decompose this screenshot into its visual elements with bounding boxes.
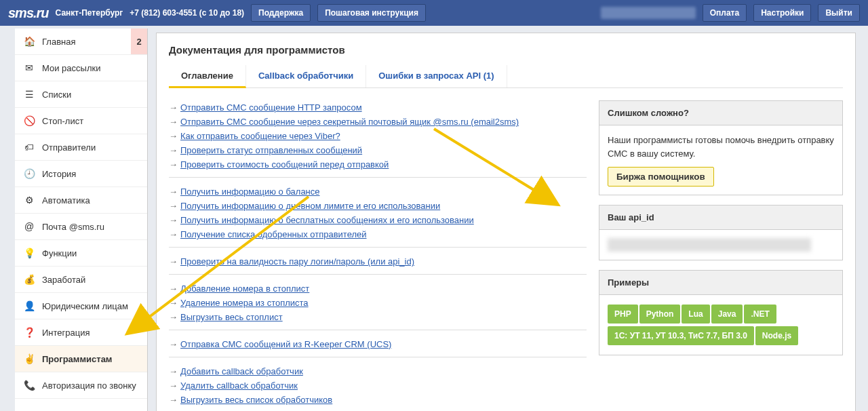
doc-link[interactable]: Получить информацию о балансе <box>180 187 320 197</box>
api-id-box: Ваш api_id <box>599 205 843 260</box>
arrow-icon: → <box>169 201 178 211</box>
doc-link[interactable]: Выгрузить весь стоплист <box>180 312 283 322</box>
main-content: Документация для программистов Оглавлени… <box>148 26 868 411</box>
sidebar-item-6[interactable]: ⚙Автоматика <box>15 187 147 214</box>
doc-link[interactable]: Проверить стоимость сообщений перед отпр… <box>180 159 389 170</box>
link-group-5: →Добавить callback обработчик→Удалить ca… <box>169 364 587 411</box>
sidebar-item-8[interactable]: 💡Функции <box>15 240 147 267</box>
nav-icon: 🏠 <box>23 35 35 47</box>
doc-link[interactable]: Получение списка одобренных отправителей <box>180 229 367 239</box>
examples-title: Примеры <box>599 271 842 295</box>
link-group-0: →Отправить СМС сообщение HTTP запросом→О… <box>169 100 587 178</box>
arrow-icon: → <box>169 229 178 239</box>
link-row: →Отправить СМС сообщение через секретный… <box>169 115 587 129</box>
nav-label: Авторизация по звонку <box>42 380 136 391</box>
arrow-icon: → <box>169 380 178 391</box>
sidebar: 🏠Главная2✉Мои рассылки☰Списки🚫Стоп-лист🏷… <box>15 28 148 411</box>
sidebar-item-12[interactable]: ✌Программистам <box>15 346 147 372</box>
tab-1[interactable]: Callback обработчики <box>246 65 366 87</box>
nav-badge: 2 <box>131 28 147 54</box>
doc-link[interactable]: Получить информацию о дневном лимите и е… <box>180 201 440 211</box>
example-pill-0[interactable]: PHP <box>608 305 638 324</box>
arrow-icon: → <box>169 298 178 308</box>
sidebar-item-11[interactable]: ❓Интеграция <box>15 319 147 346</box>
api-id-value-blur <box>608 238 811 252</box>
link-row: →Выгрузить весь список обработчиков <box>169 393 587 407</box>
nav-icon: 🏷 <box>23 141 35 153</box>
side-column: Слишком сложно? Наши программисты готовы… <box>599 100 843 411</box>
settings-button[interactable]: Настройки <box>753 4 811 22</box>
doc-link[interactable]: Выгрузить весь список обработчиков <box>180 395 332 405</box>
link-row: →Проверить статус отправленных сообщений <box>169 143 587 157</box>
doc-link[interactable]: Отправка СМС сообщений из R-Keeper CRM (… <box>180 339 391 349</box>
arrow-icon: → <box>169 283 178 294</box>
nav-label: Функции <box>42 248 77 258</box>
link-row: →Как отправить сообщение через Viber? <box>169 129 587 143</box>
doc-link[interactable]: Добавление номера в стоплист <box>180 283 309 294</box>
link-row: →Добавление номера в стоплист <box>169 281 587 296</box>
doc-link[interactable]: Отправить СМС сообщение HTTP запросом <box>180 102 362 113</box>
doc-link[interactable]: Удалить callback обработчик <box>180 380 298 391</box>
sidebar-item-0[interactable]: 🏠Главная2 <box>15 28 147 55</box>
logout-button[interactable]: Выйти <box>818 4 860 22</box>
nav-label: Юридическим лицам <box>42 301 128 311</box>
doc-link[interactable]: Как отправить сообщение через Viber? <box>180 131 340 141</box>
nav-icon: ❓ <box>23 326 35 338</box>
examples-box: Примеры PHPPythonLuaJava.NET1С: УТ 11, У… <box>599 270 843 355</box>
example-pill-3[interactable]: Java <box>711 305 743 324</box>
nav-label: История <box>42 169 76 179</box>
sidebar-item-7[interactable]: @Почта @sms.ru <box>15 214 147 240</box>
nav-icon: 👤 <box>23 300 35 312</box>
sidebar-item-4[interactable]: 🏷Отправители <box>15 134 147 161</box>
help-box: Слишком сложно? Наши программисты готовы… <box>599 100 843 195</box>
doc-link[interactable]: Проверить статус отправленных сообщений <box>180 145 362 155</box>
link-row: →Добавить callback обработчик <box>169 364 587 378</box>
sidebar-item-9[interactable]: 💰Заработай <box>15 267 147 293</box>
nav-label: Стоп-лист <box>42 116 83 126</box>
doc-link[interactable]: Удаление номера из стоплиста <box>180 298 309 308</box>
payment-button[interactable]: Оплата <box>703 4 747 22</box>
sidebar-item-3[interactable]: 🚫Стоп-лист <box>15 108 147 134</box>
tab-0[interactable]: Оглавление <box>169 65 246 88</box>
nav-label: Автоматика <box>42 195 90 206</box>
example-pill-5[interactable]: 1С: УТ 11, УТ 10.3, ТиС 7.7, БП 3.0 <box>608 326 754 345</box>
link-group-2: →Проверить на валидность пару логин/паро… <box>169 254 587 275</box>
arrow-icon: → <box>169 312 178 322</box>
arrow-icon: → <box>169 215 178 225</box>
tab-2[interactable]: Ошибки в запросах API (1) <box>366 65 507 87</box>
example-pill-6[interactable]: Node.js <box>755 326 798 345</box>
sidebar-item-5[interactable]: 🕘История <box>15 161 147 187</box>
example-pill-1[interactable]: Python <box>639 305 681 324</box>
sidebar-item-1[interactable]: ✉Мои рассылки <box>15 55 147 81</box>
link-row: →Получить информацию о дневном лимите и … <box>169 199 587 213</box>
nav-icon: 💰 <box>23 273 35 286</box>
sidebar-item-10[interactable]: 👤Юридическим лицам <box>15 293 147 319</box>
doc-link[interactable]: Получить информацию о бесплатных сообщен… <box>180 215 474 225</box>
help-text: Наши программисты готовы помочь внедрить… <box>608 134 834 160</box>
doc-link[interactable]: Добавить callback обработчик <box>180 366 303 376</box>
arrow-icon: → <box>169 131 178 141</box>
nav-label: Интеграция <box>42 328 90 338</box>
example-pill-2[interactable]: Lua <box>682 305 709 324</box>
doc-link[interactable]: Проверить на валидность пару логин/парол… <box>180 256 414 267</box>
city-label: Санкт-Петербург <box>56 8 123 18</box>
guide-button[interactable]: Пошаговая инструкция <box>317 4 426 22</box>
link-group-3: →Добавление номера в стоплист→Удаление н… <box>169 281 587 330</box>
nav-label: Главная <box>42 37 75 47</box>
nav-label: Заработай <box>42 275 85 285</box>
page-title: Документация для программистов <box>169 44 843 56</box>
sidebar-item-2[interactable]: ☰Списки <box>15 81 147 108</box>
nav-icon: ☰ <box>23 88 35 100</box>
logo[interactable]: sms.ru <box>8 5 49 21</box>
account-info-blur <box>601 7 696 19</box>
arrow-icon: → <box>169 145 178 155</box>
example-pill-4[interactable]: .NET <box>744 305 776 324</box>
nav-icon: ✉ <box>23 62 35 74</box>
help-exchange-button[interactable]: Биржа помощников <box>608 167 714 187</box>
support-button[interactable]: Поддержка <box>251 4 311 22</box>
sidebar-item-13[interactable]: 📞Авторизация по звонку <box>15 372 147 399</box>
link-row: →Удаление номера из стоплиста <box>169 296 587 310</box>
link-group-1: →Получить информацию о балансе→Получить … <box>169 184 587 248</box>
doc-link[interactable]: Отправить СМС сообщение через секретный … <box>180 117 519 127</box>
link-row: →Получить информацию о бесплатных сообще… <box>169 213 587 227</box>
